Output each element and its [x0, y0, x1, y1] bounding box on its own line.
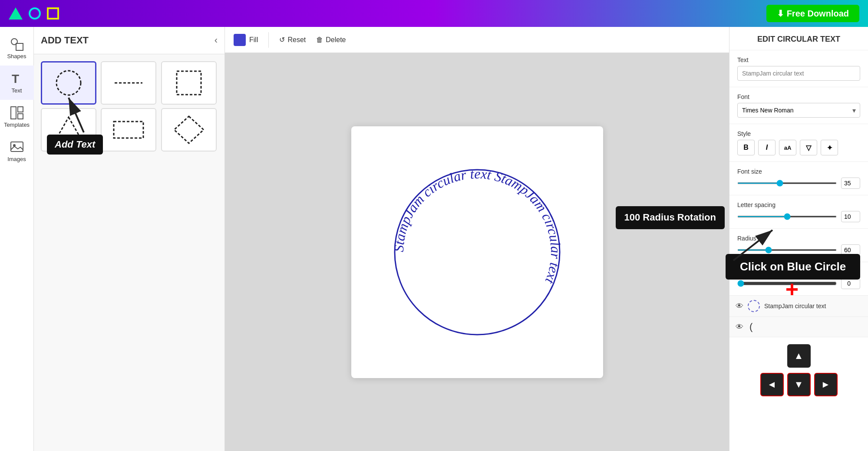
svg-rect-4	[18, 107, 23, 112]
shape-cell-square-dashed[interactable]	[161, 61, 217, 105]
shapes-icon	[10, 37, 24, 51]
triangle-dashed-icon	[51, 115, 86, 145]
right-panel: EDIT CIRCULAR TEXT Text Font Times New R…	[729, 27, 868, 451]
layer-eye-icon-1[interactable]: 👁	[736, 302, 743, 311]
sidebar-item-shapes[interactable]: Shapes	[0, 31, 34, 66]
svg-text:StampJam circular text StampJa: StampJam circular text StampJam circular…	[390, 165, 563, 286]
flip-button[interactable]: ▽	[800, 140, 817, 155]
radius-value[interactable]: 60	[841, 244, 860, 256]
canvas-area: Fill ↺ Reset 🗑 Delete	[225, 27, 729, 451]
font-size-slider[interactable]	[737, 182, 837, 184]
rotation-section: Rotation	[729, 262, 868, 296]
fill-button[interactable]: Fill	[234, 34, 258, 46]
layer-eye-icon-2[interactable]: 👁	[736, 323, 743, 332]
logo-square-icon	[47, 7, 59, 20]
letter-spacing-section: Letter spacing 100	[729, 195, 868, 229]
svg-rect-5	[18, 114, 23, 119]
radius-section: Radius 60	[729, 229, 868, 262]
nav-left-button[interactable]: ◄	[760, 373, 784, 396]
style-extra-button[interactable]: ✦	[821, 140, 838, 155]
shape-cell-circle-dashed[interactable]	[41, 61, 96, 105]
font-size-value[interactable]: 35	[841, 178, 860, 189]
sidebar-text-label: Text	[12, 87, 22, 94]
shape-cell-rect-dashed[interactable]	[101, 108, 156, 151]
svg-text:T: T	[12, 72, 19, 86]
font-section: Font Times New Roman Arial Georgia ▾	[729, 87, 868, 124]
fill-label: Fill	[249, 36, 258, 44]
layer-row-1[interactable]: 👁 StampJam circular text	[729, 296, 868, 317]
font-size-label: Font size	[737, 168, 860, 175]
sidebar-item-templates[interactable]: Templates	[0, 100, 34, 134]
text-icon: T	[10, 72, 24, 86]
svg-rect-0	[16, 43, 23, 50]
main-layout: Shapes T Text Templates Images	[0, 27, 868, 451]
images-icon	[10, 140, 24, 154]
font-select[interactable]: Times New Roman Arial Georgia	[737, 103, 860, 118]
delete-button[interactable]: 🗑 Delete	[316, 36, 346, 44]
letter-spacing-value[interactable]: 100	[841, 211, 860, 222]
svg-rect-12	[114, 122, 143, 138]
text-input[interactable]	[737, 66, 860, 81]
delete-label: Delete	[326, 36, 346, 44]
rotation-slider[interactable]	[737, 282, 837, 285]
nav-section: ▲ ◄ ▼ ►	[729, 337, 868, 403]
svg-point-8	[56, 71, 81, 95]
letter-spacing-slider[interactable]	[737, 216, 837, 217]
radius-slider[interactable]	[737, 249, 837, 251]
font-size-slider-row: 35	[737, 178, 860, 189]
shape-cell-line-dashed[interactable]	[101, 61, 156, 105]
letter-spacing-slider-row: 100	[737, 211, 860, 222]
nav-row-mid: ◄ ▼ ►	[760, 373, 838, 396]
svg-marker-13	[174, 116, 204, 143]
svg-rect-6	[11, 142, 23, 151]
shape-cell-diamond-dashed[interactable]	[161, 108, 217, 151]
nav-right-button[interactable]: ►	[814, 373, 838, 396]
radius-label: Radius	[737, 235, 860, 242]
delete-icon: 🗑	[316, 36, 323, 44]
style-label: Style	[737, 130, 860, 137]
right-panel-title: EDIT CIRCULAR TEXT	[729, 27, 868, 50]
logo	[9, 7, 59, 20]
svg-rect-3	[11, 107, 16, 119]
sidebar: Shapes T Text Templates Images	[0, 27, 34, 451]
nav-down-button[interactable]: ▼	[787, 373, 811, 396]
panel-title: ADD TEXT	[41, 35, 89, 46]
square-dashed-icon	[172, 68, 206, 98]
layer-row-2[interactable]: 👁 (	[729, 317, 868, 337]
layer-label-1: StampJam circular text	[764, 303, 826, 309]
italic-button[interactable]: I	[758, 140, 776, 155]
fill-color-swatch	[234, 34, 246, 46]
sidebar-item-images[interactable]: Images	[0, 134, 34, 168]
nav-up-button[interactable]: ▲	[787, 344, 811, 368]
rotation-slider-row	[737, 278, 860, 289]
logo-circle-icon	[29, 7, 41, 20]
style-section: Style B I aA ▽ ✦	[729, 124, 868, 162]
panel-header: ADD TEXT ‹	[34, 27, 224, 54]
sidebar-item-text[interactable]: T Text	[0, 66, 34, 100]
reset-label: Reset	[287, 36, 306, 44]
circle-dashed-icon	[51, 68, 86, 98]
style-buttons-group: B I aA ▽ ✦	[737, 140, 860, 155]
rotation-value[interactable]	[841, 278, 860, 289]
layers-section: 👁 StampJam circular text 👁 (	[729, 296, 868, 337]
nav-row-top: ▲	[787, 344, 811, 369]
text-label: Text	[737, 56, 860, 63]
panel-collapse-button[interactable]: ‹	[215, 35, 218, 46]
letter-spacing-label: Letter spacing	[737, 201, 860, 208]
sidebar-shapes-label: Shapes	[7, 53, 26, 59]
toolbar-divider	[268, 32, 269, 48]
canvas-paper[interactable]: StampJam circular text StampJam circular…	[351, 126, 603, 378]
reset-button[interactable]: ↺ Reset	[279, 36, 306, 44]
bold-button[interactable]: B	[737, 140, 755, 155]
add-text-panel: ADD TEXT ‹	[34, 27, 225, 451]
reset-icon: ↺	[279, 36, 285, 44]
sidebar-images-label: Images	[7, 156, 26, 162]
aa-button[interactable]: aA	[779, 140, 796, 155]
circular-text-canvas: StampJam circular text StampJam circular…	[369, 144, 586, 361]
svg-point-1	[11, 39, 17, 45]
templates-icon	[10, 106, 24, 120]
shape-cell-triangle-dashed[interactable]	[41, 108, 96, 151]
free-download-button[interactable]: ⬇ Free Download	[766, 5, 859, 22]
font-size-section: Font size 35	[729, 162, 868, 195]
rect-dashed-icon	[111, 115, 146, 145]
